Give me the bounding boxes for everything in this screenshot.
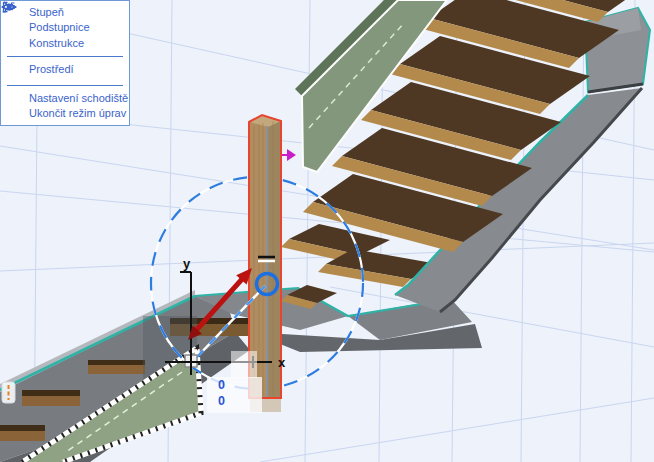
panel-item-label: Stupeň <box>29 6 64 18</box>
panel-item-label: Podstupnice <box>29 21 90 33</box>
tracker-backdrop-small <box>231 351 257 378</box>
exit-icon <box>8 107 24 119</box>
panel-item-prostredi[interactable]: Prostředí <box>1 62 129 78</box>
panel-item-label: Konstrukce <box>29 37 84 49</box>
panel-separator <box>7 85 123 86</box>
panel-item-label: Nastavení schodiště <box>29 92 128 104</box>
stair-settings-icon <box>8 92 24 104</box>
viewport-3d[interactable]: y x 0 0 Stupeň Podstupnice Konstrukce <box>0 0 654 462</box>
panel-item-stupen[interactable]: Stupeň <box>1 4 129 20</box>
panel-item-konstrukce[interactable]: Konstrukce <box>1 35 129 51</box>
y-axis-label: y <box>183 256 191 271</box>
x-axis-label: x <box>278 355 286 370</box>
tracker-backdrop <box>207 377 262 413</box>
panel-separator <box>7 56 123 57</box>
level-marker <box>2 382 15 403</box>
tracker-y-input[interactable]: 0 <box>218 395 225 408</box>
tracker-x-input[interactable]: 0 <box>218 379 225 392</box>
panel-item-nastaveni-schodiste[interactable]: Nastavení schodiště <box>1 90 129 106</box>
panel-item-label: Prostředí <box>29 63 74 75</box>
eye-icon <box>8 21 24 33</box>
stair-edit-panel: Stupeň Podstupnice Konstrukce Prostředí … <box>0 0 130 126</box>
eye-icon <box>8 63 24 75</box>
magenta-marker-icon <box>280 149 296 161</box>
panel-item-label: Ukončit režim úprav <box>29 107 126 119</box>
panel-item-podstupnice[interactable]: Podstupnice <box>1 20 129 36</box>
eye-icon <box>8 37 24 49</box>
panel-item-ukoncit-rezim[interactable]: Ukončit režim úprav <box>1 106 129 122</box>
